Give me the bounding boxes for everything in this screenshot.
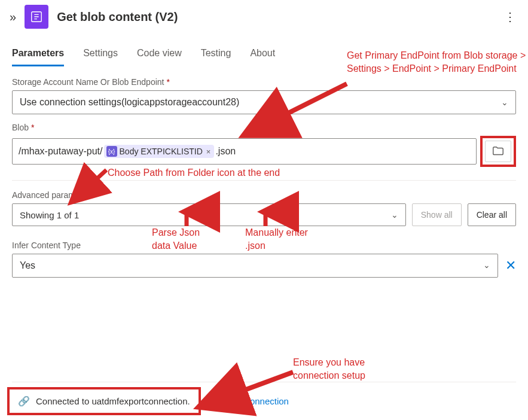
- form-area: Storage Account Name Or Blob Endpoint * …: [0, 66, 528, 278]
- infer-section: Infer Content Type Yes ⌄ ✕: [12, 241, 516, 278]
- blob-path-suffix: .json: [215, 146, 236, 157]
- more-menu-icon[interactable]: ⋮: [504, 10, 518, 24]
- tab-settings[interactable]: Settings: [83, 48, 118, 66]
- storage-account-label: Storage Account Name Or Blob Endpoint *: [12, 77, 516, 87]
- dynamic-token[interactable]: {x} Body EXTPICKLISTID ×: [104, 145, 215, 158]
- token-remove-icon[interactable]: ×: [206, 147, 211, 156]
- tab-bar: Parameters Settings Code view Testing Ab…: [0, 34, 528, 66]
- infer-value: Yes: [20, 260, 35, 271]
- token-fx-icon: {x}: [106, 146, 117, 157]
- infer-content-type-dropdown[interactable]: Yes ⌄: [12, 254, 498, 278]
- blob-path-input[interactable]: /mhax-putaway-put/ {x} Body EXTPICKLISTI…: [12, 138, 477, 165]
- remove-param-icon[interactable]: ✕: [505, 258, 516, 273]
- divider: [12, 382, 516, 382]
- storage-account-dropdown[interactable]: Use connection settings(logicappstoragea…: [12, 90, 516, 114]
- advanced-params-label: Advanced parameters: [12, 190, 516, 200]
- collapse-icon[interactable]: »: [10, 10, 16, 24]
- blob-action-icon: [25, 5, 48, 29]
- required-marker: *: [166, 77, 169, 87]
- folder-icon: [492, 145, 505, 158]
- action-title: Get blob content (V2): [57, 10, 178, 24]
- annotation-connection: Ensure you have connection setup: [293, 356, 413, 382]
- chevron-down-icon: ⌄: [501, 98, 508, 107]
- connection-highlight-box: 🔗 Connected to uatdmfexportconnection.: [7, 387, 201, 415]
- connection-footer: 🔗 Connected to uatdmfexportconnection. C…: [7, 387, 528, 415]
- tab-parameters[interactable]: Parameters: [12, 48, 64, 66]
- advanced-params-dropdown[interactable]: Showing 1 of 1 ⌄: [12, 203, 406, 226]
- blob-label-text: Blob: [12, 123, 29, 132]
- show-all-button: Show all: [412, 203, 462, 226]
- folder-highlight-box: [480, 136, 516, 167]
- storage-label-text: Storage Account Name Or Blob Endpoint: [12, 77, 164, 87]
- clear-all-button[interactable]: Clear all: [468, 203, 516, 226]
- token-label: Body EXTPICKLISTID: [120, 147, 203, 156]
- footer-wrap: 🔗 Connected to uatdmfexportconnection. C…: [0, 382, 528, 415]
- tab-about[interactable]: About: [250, 48, 275, 66]
- blob-row: /mhax-putaway-put/ {x} Body EXTPICKLISTI…: [12, 136, 516, 167]
- advanced-params-row: Showing 1 of 1 ⌄ Show all Clear all: [12, 203, 516, 226]
- connection-status-text: Connected to uatdmfexportconnection.: [36, 396, 190, 406]
- change-connection-link[interactable]: Change connection: [212, 396, 289, 406]
- blob-section: Blob * /mhax-putaway-put/ {x} Body EXTPI…: [12, 123, 516, 167]
- tab-code-view[interactable]: Code view: [137, 48, 182, 66]
- link-icon: 🔗: [18, 395, 30, 407]
- chevron-down-icon: ⌄: [391, 210, 398, 220]
- blob-label: Blob *: [12, 123, 516, 132]
- infer-row: Yes ⌄ ✕: [12, 254, 516, 278]
- infer-content-type-label: Infer Content Type: [12, 241, 516, 250]
- advanced-params-value: Showing 1 of 1: [20, 210, 79, 220]
- divider: [12, 180, 516, 181]
- action-header: » Get blob content (V2) ⋮: [0, 0, 528, 34]
- chevron-down-icon: ⌄: [483, 260, 490, 271]
- browse-folder-button[interactable]: [485, 141, 511, 162]
- tab-testing[interactable]: Testing: [201, 48, 231, 66]
- storage-account-value: Use connection settings(logicappstoragea…: [20, 97, 239, 108]
- blob-path-prefix: /mhax-putaway-put/: [19, 146, 103, 157]
- required-marker: *: [31, 123, 34, 132]
